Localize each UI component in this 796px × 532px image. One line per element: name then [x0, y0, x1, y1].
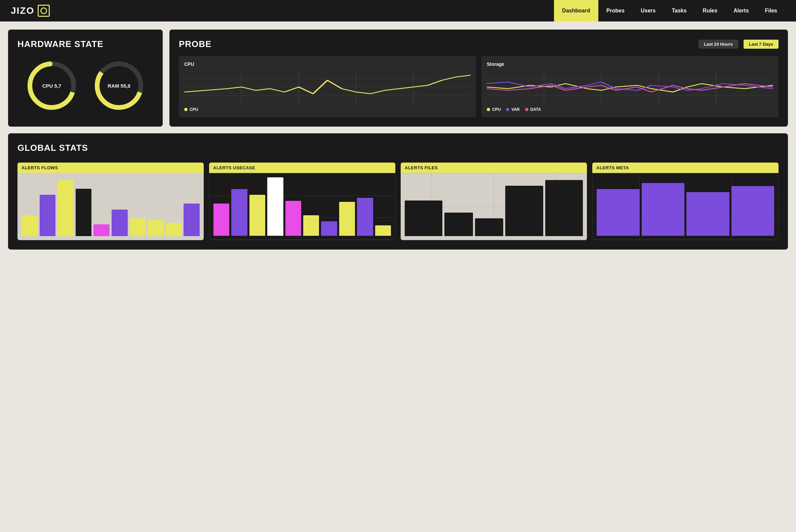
btn-24h[interactable]: Last 24 Hours: [699, 40, 738, 49]
bar: [112, 210, 128, 236]
nav-probes[interactable]: Probes: [598, 0, 633, 21]
alerts-flows-box: ALERTS FLOWS: [17, 163, 204, 240]
bar: [130, 218, 146, 236]
bar: [357, 198, 373, 236]
bar: [76, 189, 92, 236]
cpu-gauge: CPU 5,7: [25, 59, 79, 113]
bar: [267, 177, 283, 236]
cpu-gauge-label: CPU 5,7: [42, 83, 61, 89]
bar: [642, 183, 685, 236]
alerts-meta-title: ALERTS META: [592, 163, 779, 173]
grid-line: [210, 240, 395, 240]
cpu-legend: CPU: [184, 107, 471, 112]
storage-legend-data: DATA: [525, 107, 541, 112]
bar: [40, 195, 56, 236]
global-stats-card: GLOBAL STATS ALERTS FLOWS: [8, 133, 788, 249]
bar: [375, 225, 391, 236]
bar: [249, 195, 265, 236]
cpu-line-chart: [184, 70, 471, 104]
bar: [686, 192, 729, 236]
storage-legend-var: VAR: [506, 107, 519, 112]
main-content: HARDWARE STATE CPU 5,7: [0, 21, 796, 258]
nav-rules[interactable]: Rules: [695, 0, 726, 21]
probe-card: PROBE Last 24 Hours Last 7 Days CPU: [169, 30, 788, 127]
storage-legend: CPU VAR DATA: [487, 107, 773, 112]
bar: [183, 204, 200, 236]
logo-icon: [38, 5, 50, 17]
hardware-title: HARDWARE STATE: [17, 39, 153, 50]
grid-line: [401, 240, 587, 240]
bar: [475, 218, 503, 236]
alerts-files-title: ALERTS FILES: [401, 163, 587, 173]
nav-files[interactable]: Files: [757, 0, 785, 21]
storage-var-dot: [506, 108, 509, 111]
bar: [731, 186, 775, 236]
probe-charts: CPU: [179, 56, 779, 117]
bar: [597, 189, 640, 236]
nav-alerts[interactable]: Alerts: [725, 0, 757, 21]
storage-legend-cpu: CPU: [487, 107, 501, 112]
bar: [285, 201, 301, 236]
alerts-usecase-chart: [209, 173, 395, 240]
alerts-flows-title: ALERTS FLOWS: [17, 163, 204, 173]
bar: [166, 223, 182, 236]
storage-data-dot: [525, 108, 528, 111]
storage-chart-area: [487, 70, 773, 104]
alerts-files-box: ALERTS FILES: [401, 163, 587, 240]
stats-charts-row: ALERTS FLOWS ALERTS USECASE: [17, 163, 779, 240]
probe-storage-label: Storage: [487, 61, 773, 67]
alerts-meta-chart: [592, 173, 779, 240]
probe-cpu-label: CPU: [184, 61, 471, 67]
nav-users[interactable]: Users: [633, 0, 664, 21]
gauges-row: CPU 5,7 RAM 55,8: [17, 59, 153, 113]
grid-line: [593, 240, 778, 240]
bar: [148, 220, 164, 236]
btn-7d[interactable]: Last 7 Days: [744, 40, 779, 49]
ram-gauge-label: RAM 55,8: [108, 83, 130, 89]
probe-cpu-chart: CPU: [179, 56, 476, 117]
storage-line-chart: [487, 70, 773, 104]
bar: [214, 204, 229, 236]
logo: JIZO: [11, 5, 50, 17]
grid-line: [593, 173, 778, 174]
alerts-meta-box: ALERTS META: [592, 163, 779, 240]
probe-header: PROBE Last 24 Hours Last 7 Days: [179, 39, 779, 50]
bar: [545, 180, 583, 236]
grid-line: [401, 173, 587, 173]
bar: [505, 186, 543, 236]
storage-cpu-dot: [487, 108, 490, 111]
bar: [57, 180, 74, 236]
global-stats-title: GLOBAL STATS: [17, 143, 779, 153]
cpu-dot: [184, 108, 187, 111]
top-row: HARDWARE STATE CPU 5,7: [8, 30, 788, 127]
bar: [231, 189, 247, 236]
bar: [339, 202, 355, 236]
bar: [93, 224, 110, 236]
probe-title: PROBE: [179, 39, 212, 50]
hardware-card: HARDWARE STATE CPU 5,7: [8, 30, 163, 127]
bar: [321, 221, 337, 236]
nav-tasks[interactable]: Tasks: [664, 0, 694, 21]
bar: [445, 213, 473, 236]
ram-gauge: RAM 55,8: [92, 59, 146, 113]
alerts-files-chart: [401, 173, 587, 240]
alerts-flows-chart: [17, 173, 204, 240]
navbar: JIZO Dashboard Probes Users Tasks Rules …: [0, 0, 796, 21]
alerts-usecase-box: ALERTS USECASE: [209, 163, 395, 240]
probe-storage-chart: Storage: [481, 56, 779, 117]
bar: [303, 215, 319, 236]
alerts-usecase-title: ALERTS USECASE: [209, 163, 395, 173]
cpu-legend-cpu: CPU: [184, 107, 198, 112]
bar: [21, 215, 38, 236]
nav-links: Dashboard Probes Users Tasks Rules Alert…: [554, 0, 785, 21]
bar: [405, 201, 442, 236]
cpu-chart-area: [184, 70, 471, 104]
nav-dashboard[interactable]: Dashboard: [554, 0, 598, 21]
grid-line: [210, 173, 395, 174]
logo-text: JIZO: [11, 5, 34, 16]
